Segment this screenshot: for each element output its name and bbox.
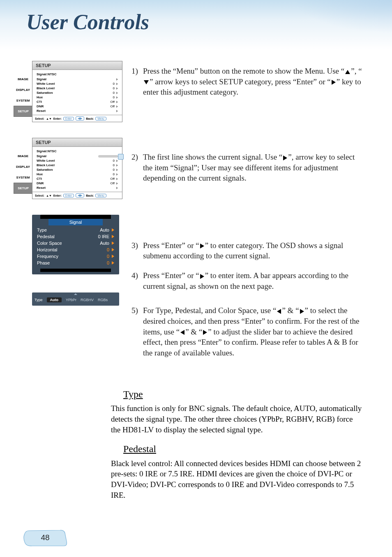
osd-footer-back: Back: <box>86 194 94 197</box>
osd-tab-image: IMAGE <box>14 74 32 84</box>
step-number: 3) <box>131 240 143 261</box>
chevron-right-icon <box>116 182 118 185</box>
arrow-left-icon <box>277 309 281 314</box>
osd-row-label: Reset <box>37 109 46 113</box>
page-title: User Controls <box>26 10 149 34</box>
osd-row-value: 0 <box>113 91 115 95</box>
step-text: ” & “ <box>185 327 202 336</box>
chevron-right-icon <box>116 92 118 94</box>
chevron-right-icon <box>116 110 118 112</box>
osd-row-label: White Level <box>37 82 55 86</box>
step-number: 5) <box>131 305 143 358</box>
chevron-right-icon <box>116 87 118 90</box>
osd-slider <box>98 155 118 158</box>
osd-row-label: Black Level <box>37 163 55 167</box>
signal-bottombar <box>40 269 111 272</box>
osd-row-value: 0 <box>113 159 115 162</box>
osd-signal-line: Signal:NTSC <box>37 149 118 153</box>
osd-footer: Select: ▲▼ Enter: Enter ◀|▶ Back: Menu <box>32 192 122 199</box>
signal-row-value: 0 <box>107 254 109 259</box>
arrow-left-icon <box>180 330 184 335</box>
osd-footer-enter: Enter: <box>53 117 62 120</box>
osd-footer-select: Select: <box>35 194 44 197</box>
osd-row-value: Off <box>110 177 115 181</box>
osd-row-value: 0 <box>113 82 115 86</box>
osd-footer: Select: ▲▼ Enter: Enter ◀|▶ Back: Menu <box>32 115 122 122</box>
osd-row-label: Hue <box>37 95 43 99</box>
osd-row-label: White Level <box>37 159 55 162</box>
chevron-right-icon <box>112 241 114 245</box>
chevron-right-icon <box>112 235 114 238</box>
arrow-right-icon <box>203 330 207 335</box>
osd-title: SETUP <box>32 138 122 147</box>
osd-row-value: Off <box>110 104 115 108</box>
step-number: 1) <box>131 66 143 97</box>
osd-signal-line: Signal:NTSC <box>37 72 118 76</box>
osd-row-label: DNR <box>37 181 44 185</box>
signal-title: Signal <box>48 219 103 225</box>
chevron-right-icon <box>112 228 114 232</box>
step-text: The first line shows the current signal.… <box>143 153 282 161</box>
step-text: Press the “Menu” button on the remote to… <box>143 67 344 75</box>
step-number: 4) <box>131 270 143 291</box>
osd-footer-enter: Enter: <box>53 194 62 197</box>
type-option-rgbs: RGBs <box>98 298 108 302</box>
chevron-right-icon <box>116 78 118 81</box>
header-highlight <box>293 0 392 33</box>
arrow-up-icon <box>345 70 350 74</box>
signal-row-value: Auto <box>100 241 109 246</box>
osd-row-label: Saturation <box>37 91 53 95</box>
step-3: 3) Press “Enter” or “” to enter category… <box>131 240 362 261</box>
osd-row-value: 0 <box>113 168 115 172</box>
chevron-up-icon <box>74 293 77 295</box>
chevron-right-icon <box>116 105 118 108</box>
osd-row-label: CTI <box>37 177 42 181</box>
osd-footer-back: Back: <box>86 117 94 120</box>
osd-title: SETUP <box>32 61 122 70</box>
osd-row-value: 0 <box>113 163 115 167</box>
signal-row-value: 0 <box>107 260 109 265</box>
signal-row-label: Type <box>37 227 47 232</box>
step-text: ” & “ <box>282 306 299 315</box>
signal-submenu-screenshot: Signal TypeAuto Pedestal0 IRE Color Spac… <box>32 215 119 274</box>
osd-footer-enter-chip: Enter <box>63 194 74 197</box>
step-text: For Type, Pedestal, and Color Space, use… <box>143 306 276 315</box>
signal-row-label: Horizontal <box>37 247 58 252</box>
chevron-right-icon <box>116 96 118 99</box>
signal-row-label: Phase <box>37 260 50 265</box>
osd-row-label: Hue <box>37 172 43 176</box>
osd-tab-system: SYSTEM <box>14 172 32 183</box>
arrow-right-icon <box>200 244 204 248</box>
osd-side-tabs: IMAGE DISPLAY SYSTEM SETUP <box>14 74 32 117</box>
chevron-right-icon <box>116 178 118 180</box>
signal-row-label: Frequency <box>37 254 58 259</box>
osd-row-value: Off <box>110 181 115 185</box>
osd-row-label: Saturation <box>37 168 53 172</box>
arrow-right-icon <box>332 80 336 85</box>
osd-row-value: 0 <box>113 95 115 99</box>
signal-row-value: 0 IRE <box>98 234 109 239</box>
osd-column: IMAGE DISPLAY SYSTEM SETUP SETUP Signal:… <box>32 61 122 306</box>
osd-footer-menu-chip: Menu <box>95 117 106 121</box>
osd-tab-setup: SETUP <box>14 183 32 194</box>
step-text: Press “Enter” or “ <box>143 271 199 280</box>
osd-row-label: Reset <box>37 186 46 190</box>
signal-row-value: 0 <box>107 247 109 252</box>
step-text: ”, “ <box>351 67 362 75</box>
chevron-right-icon <box>112 248 114 251</box>
chevron-right-icon <box>112 255 114 258</box>
definition-sections: Type This function is only for BNC signa… <box>111 388 362 508</box>
osd-tab-display: DISPLAY <box>14 84 32 95</box>
osd-footer-enter-chip: Enter <box>63 117 74 121</box>
osd-row-value: 0 <box>113 86 115 90</box>
type-option-ypbpr: YPbPr <box>66 298 76 302</box>
chevron-right-icon <box>116 187 118 189</box>
chevron-right-icon <box>116 160 118 162</box>
chevron-right-icon <box>116 173 118 176</box>
pedestal-heading: Pedestal <box>111 442 362 455</box>
arrow-down-icon <box>144 80 149 84</box>
osd-side-tabs: IMAGE DISPLAY SYSTEM SETUP <box>14 151 32 194</box>
arrow-right-icon <box>200 274 204 279</box>
osd-setup-screenshot-1: IMAGE DISPLAY SYSTEM SETUP SETUP Signal:… <box>32 61 122 122</box>
osd-tab-system: SYSTEM <box>14 95 32 106</box>
